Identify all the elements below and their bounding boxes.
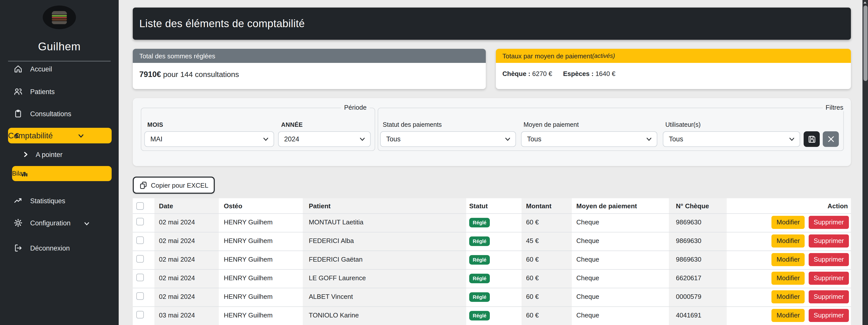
cell-moyen: Cheque — [572, 269, 669, 288]
clear-filters-button[interactable] — [823, 131, 839, 147]
close-icon — [827, 135, 835, 143]
cell-osteo: HENRY Guilhem — [219, 213, 303, 232]
chevron-down-icon — [505, 137, 510, 141]
sidebar-item-a-pointer[interactable]: A pointer — [0, 149, 119, 160]
modifier-button[interactable]: Modifier — [771, 272, 805, 285]
status-badge: Réglé — [469, 311, 490, 321]
supprimer-button[interactable]: Supprimer — [809, 216, 849, 229]
status-badge: Réglé — [469, 255, 490, 265]
sidebar-item-accueil[interactable]: Accueil — [0, 62, 119, 76]
sidebar-item-comptabilite[interactable]: € Comptabilité — [8, 128, 112, 143]
moyen-paiement-select[interactable]: Tous — [521, 131, 657, 147]
card-totaux-paiement-header: Totaux par moyen de paiement (activés) — [496, 49, 851, 63]
cell-cheque: 9869630 — [669, 213, 727, 232]
supprimer-button[interactable]: Supprimer — [809, 309, 849, 322]
card-totaux-paiement: Totaux par moyen de paiement (activés) C… — [496, 49, 851, 89]
cell-montant: 60 € — [522, 213, 572, 232]
row-checkbox[interactable] — [136, 255, 144, 263]
cell-action: Modifier Supprimer — [727, 213, 851, 232]
sidebar-item-label: Patients — [30, 88, 55, 95]
bar-chart-icon — [21, 170, 29, 178]
cell-patient: TONIOLO Karine — [303, 306, 466, 325]
row-checkbox[interactable] — [136, 311, 144, 319]
sidebar-item-bilan[interactable]: Bilan — [12, 166, 112, 181]
row-checkbox[interactable] — [136, 236, 144, 244]
annee-select[interactable]: 2024 — [278, 131, 371, 147]
supprimer-button[interactable]: Supprimer — [809, 234, 849, 247]
status-badge: Réglé — [469, 218, 490, 228]
row-select-cell — [133, 269, 154, 288]
sidebar-item-statistiques[interactable]: Statistiques — [0, 194, 119, 207]
sidebar: Guilhem Accueil Patients — [0, 0, 119, 325]
cheque-total-label: Chèque : — [502, 70, 530, 78]
scroll-up-arrow-icon[interactable] — [864, 1, 867, 3]
cell-osteo: HENRY Guilhem — [219, 232, 303, 250]
filter-panel: Période MOIS MAI ANNÉE 2024 Filtres — [133, 98, 851, 166]
chevron-down-icon — [84, 220, 90, 227]
page-title-bar: Liste des éléments de comptabilité — [133, 7, 851, 40]
cheque-total-value: 6270 € — [530, 70, 552, 78]
fieldset-periode-legend: Période — [341, 104, 370, 111]
cell-moyen: Cheque — [572, 250, 669, 269]
table-row: 02 mai 2024 HENRY Guilhem MONTAUT Laetit… — [133, 213, 851, 232]
supprimer-button[interactable]: Supprimer — [809, 253, 849, 266]
mois-select-value: MAI — [150, 135, 162, 143]
sidebar-item-label: Statistiques — [30, 197, 65, 205]
table-row: 03 mai 2024 HENRY Guilhem TONIOLO Karine… — [133, 306, 851, 325]
sidebar-item-patients[interactable]: Patients — [0, 85, 119, 98]
total-detail: pour 144 consultations — [161, 70, 239, 79]
col-header-osteo: Ostéo — [219, 198, 303, 213]
select-all-checkbox[interactable] — [136, 202, 144, 210]
cell-action: Modifier Supprimer — [727, 250, 851, 269]
cell-cheque: 9869630 — [669, 250, 727, 269]
cell-osteo: HENRY Guilhem — [219, 288, 303, 306]
user-name: Guilhem — [0, 40, 119, 53]
page-scrollbar[interactable] — [863, 0, 868, 325]
row-checkbox[interactable] — [136, 292, 144, 300]
chevron-down-icon — [263, 137, 269, 141]
scrollbar-thumb[interactable] — [863, 5, 867, 81]
copy-excel-button[interactable]: Copier pour EXCEL — [133, 177, 215, 194]
copy-excel-label: Copier pour EXCEL — [151, 181, 208, 189]
modifier-button[interactable]: Modifier — [771, 290, 805, 303]
annee-select-value: 2024 — [284, 135, 299, 143]
cell-statut: Réglé — [466, 306, 522, 325]
gear-icon — [13, 218, 23, 228]
cell-date: 02 mai 2024 — [154, 269, 219, 288]
row-checkbox[interactable] — [136, 218, 144, 226]
table-row: 02 mai 2024 HENRY Guilhem FEDERICI Alba … — [133, 232, 851, 250]
cell-statut: Réglé — [466, 213, 522, 232]
mois-select[interactable]: MAI — [144, 131, 274, 147]
table-body: 02 mai 2024 HENRY Guilhem MONTAUT Laetit… — [133, 213, 851, 325]
card-totaux-title: Totaux par moyen de paiement — [502, 52, 592, 60]
col-header-patient: Patient — [303, 198, 466, 213]
sidebar-item-label: Configuration — [30, 219, 71, 227]
cell-moyen: Cheque — [572, 288, 669, 306]
row-checkbox[interactable] — [136, 274, 144, 281]
cell-moyen: Cheque — [572, 306, 669, 325]
statut-paiements-select[interactable]: Tous — [380, 131, 516, 147]
cell-statut: Réglé — [466, 232, 522, 250]
cell-osteo: HENRY Guilhem — [219, 269, 303, 288]
modifier-button[interactable]: Modifier — [771, 253, 805, 266]
table-header-row: Date Ostéo Patient Statut Montant Moyen … — [133, 198, 851, 213]
cell-patient: ALBET Vincent — [303, 288, 466, 306]
card-totaux-note: (activés) — [592, 52, 615, 59]
modifier-button[interactable]: Modifier — [771, 216, 805, 229]
cell-montant: 60 € — [522, 306, 572, 325]
supprimer-button[interactable]: Supprimer — [809, 272, 849, 285]
cell-cheque: 0000579 — [669, 288, 727, 306]
modifier-button[interactable]: Modifier — [771, 234, 805, 247]
save-filters-button[interactable] — [804, 131, 820, 147]
sidebar-item-consultations[interactable]: Consultations — [0, 107, 119, 120]
supprimer-button[interactable]: Supprimer — [809, 290, 849, 303]
especes-total-value: 1640 € — [594, 70, 616, 78]
sidebar-item-configuration[interactable]: Configuration — [0, 216, 119, 229]
modifier-button[interactable]: Modifier — [771, 309, 805, 322]
sidebar-item-deconnexion[interactable]: Déconnexion — [0, 241, 119, 255]
card-total-regle: Total des sommes réglées 7910€ pour 144 … — [133, 49, 486, 89]
row-select-cell — [133, 213, 154, 232]
utilisateurs-select[interactable]: Tous — [663, 131, 800, 147]
cell-statut: Réglé — [466, 250, 522, 269]
sidebar-item-label: Accueil — [30, 65, 52, 73]
